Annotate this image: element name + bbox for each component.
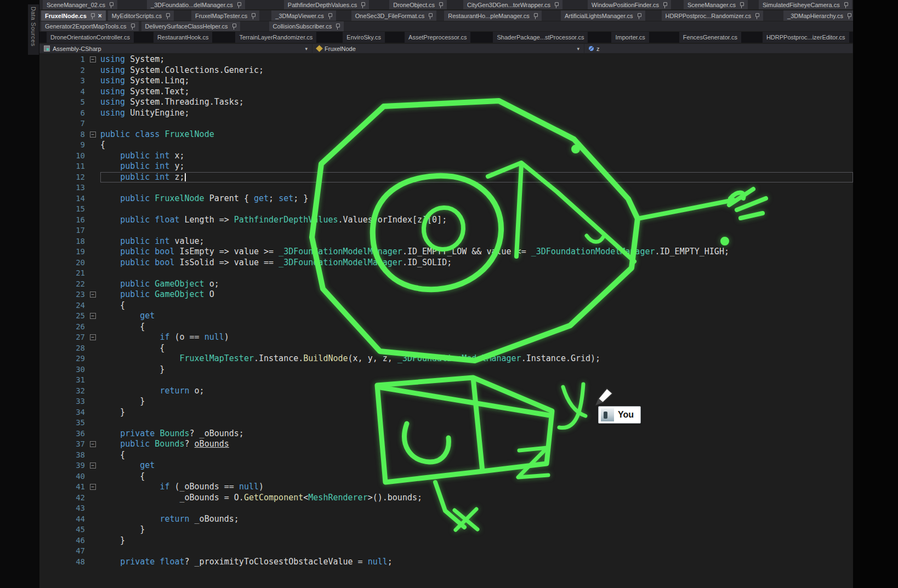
fold-collapse-icon[interactable]: − — [90, 313, 96, 319]
code-line[interactable]: 14 public FruxelNode Parent { get; set; … — [39, 193, 853, 204]
tab-_3DFoundatio...delManager.cs[interactable]: _3DFoundatio...delManager.cs — [147, 0, 245, 9]
close-icon[interactable]: × — [98, 13, 102, 19]
code-line[interactable]: 21 — [39, 268, 853, 279]
code-line[interactable]: 39− get — [39, 460, 853, 471]
code-line[interactable]: 31 — [39, 375, 853, 386]
code-line[interactable]: 48 private float? _proximityToClosestObs… — [39, 557, 853, 568]
pin-icon[interactable] — [109, 2, 113, 8]
code-line[interactable]: 40 { — [39, 471, 853, 482]
tab-_3DMapViewer.cs[interactable]: _3DMapViewer.cs — [271, 10, 336, 21]
fold-margin[interactable]: − — [85, 332, 100, 343]
tab-FencesGenerator.cs[interactable]: FencesGenerator.cs — [679, 32, 741, 43]
tab-FruxelNode.cs[interactable]: FruxelNode.cs× — [41, 10, 106, 21]
pin-icon[interactable] — [236, 2, 241, 8]
fold-collapse-icon[interactable]: − — [90, 463, 96, 469]
code-line[interactable]: 17 — [39, 225, 853, 236]
code-line[interactable]: 19 public bool IsEmpty => value >= _3DFo… — [39, 247, 853, 258]
code-line[interactable]: 35 — [39, 418, 853, 429]
code-line[interactable]: 2using System.Collections.Generic; — [39, 65, 853, 76]
tab-TerrainLayerRandomizer.cs[interactable]: TerrainLayerRandomizer.cs — [235, 32, 316, 43]
fold-collapse-icon[interactable]: − — [90, 56, 96, 62]
code-line[interactable]: 1−using System; — [39, 54, 853, 65]
code-line[interactable]: 6using UnityEngine; — [39, 108, 853, 119]
code-line[interactable]: 34 } — [39, 407, 853, 418]
tab-DroneObject.cs[interactable]: DroneObject.cs — [389, 0, 447, 9]
tab-_3DMapHierarchy.cs[interactable]: _3DMapHierarchy.cs — [783, 10, 853, 21]
tab-Importer.cs[interactable]: Importer.cs — [611, 32, 649, 43]
tab-HDRPPostproc...izerEditor.cs[interactable]: HDRPPostproc...izerEditor.cs — [763, 32, 849, 43]
pin-icon[interactable] — [335, 23, 340, 30]
code-line[interactable]: 36 private Bounds? _oBounds; — [39, 429, 853, 439]
type-dropdown[interactable]: FruxelNode ▾ — [312, 44, 584, 53]
pin-icon[interactable] — [846, 13, 851, 19]
code-line[interactable]: 25− get — [39, 311, 853, 322]
tab-MyEditorScripts.cs[interactable]: MyEditorScripts.cs — [108, 10, 174, 21]
tab-WindowPositionFinder.cs[interactable]: WindowPositionFinder.cs — [588, 0, 671, 9]
pin-icon[interactable] — [130, 23, 135, 30]
pin-icon[interactable] — [438, 2, 443, 8]
pin-icon[interactable] — [754, 13, 759, 19]
fold-margin[interactable]: − — [85, 460, 100, 471]
tab-SceneManager.cs[interactable]: SceneManager.cs — [684, 0, 748, 9]
tab-FruxelMapTester.cs[interactable]: FruxelMapTester.cs — [191, 10, 259, 21]
fold-margin[interactable]: − — [85, 129, 100, 140]
code-line[interactable]: 46 } — [39, 535, 853, 546]
code-line[interactable]: 22 public GameObject o; — [39, 279, 853, 290]
tab-HDRPPostproc...Randomizer.cs[interactable]: HDRPPostproc...Randomizer.cs — [662, 10, 764, 21]
fold-margin[interactable]: − — [85, 54, 100, 65]
tab-AssetPreprocessor.cs[interactable]: AssetPreprocessor.cs — [405, 32, 470, 43]
code-line[interactable]: 30 } — [39, 364, 853, 375]
tab-OneSec3D_FileFormat.cs[interactable]: OneSec3D_FileFormat.cs — [351, 10, 437, 21]
code-line[interactable]: 10 public int x; — [39, 151, 853, 162]
code-line[interactable]: 24 { — [39, 300, 853, 311]
code-line[interactable]: 12 public int z; — [39, 172, 853, 183]
code-line[interactable]: 29 FruxelMapTester.Instance.BuildNode(x,… — [39, 353, 853, 364]
pin-icon[interactable] — [251, 13, 255, 19]
pin-icon[interactable] — [554, 2, 559, 8]
code-line[interactable]: 3using System.Linq; — [39, 76, 853, 87]
pin-icon[interactable] — [636, 13, 641, 19]
fold-margin[interactable]: − — [85, 439, 100, 450]
fold-margin[interactable]: − — [85, 289, 100, 300]
code-line[interactable]: 37− public Bounds? oBounds — [39, 439, 853, 450]
fold-margin[interactable]: − — [85, 311, 100, 322]
member-dropdown[interactable]: z — [584, 44, 853, 53]
tab-CityGen3DGen...torWrapper.cs[interactable]: CityGen3DGen...torWrapper.cs — [463, 0, 562, 9]
tab-EnviroSky.cs[interactable]: EnviroSky.cs — [343, 32, 385, 43]
pin-icon[interactable] — [231, 23, 236, 30]
code-line[interactable]: 42 _oBounds = O.GetComponent<MeshRendere… — [39, 493, 853, 504]
fold-collapse-icon[interactable]: − — [90, 441, 96, 447]
tab-DeliverySurfaceClassHelper.cs[interactable]: DeliverySurfaceClassHelper.cs — [141, 21, 240, 31]
tab-SceneManager_02.cs[interactable]: SceneManager_02.cs — [43, 0, 117, 9]
code-line[interactable]: 4using System.Text; — [39, 87, 853, 98]
tab-SimulatedFisheyeCamera.cs[interactable]: SimulatedFisheyeCamera.cs — [759, 0, 852, 9]
code-line[interactable]: 23− public GameObject O — [39, 289, 853, 300]
code-line[interactable]: 5using System.Threading.Tasks; — [39, 97, 853, 108]
code-line[interactable]: 9{ — [39, 140, 853, 151]
code-line[interactable]: 8−public class FruxelNode — [39, 129, 853, 140]
code-line[interactable]: 44 return _oBounds; — [39, 514, 853, 525]
tab-Generator2ExportMapTools.cs[interactable]: Generator2ExportMapTools.cs — [41, 21, 139, 31]
code-editor[interactable]: 1−using System;2using System.Collections… — [39, 53, 853, 588]
pin-icon[interactable] — [843, 2, 848, 8]
pin-icon[interactable] — [90, 13, 95, 19]
pin-icon[interactable] — [662, 2, 667, 8]
tab-RestaurantHook.cs[interactable]: RestaurantHook.cs — [154, 32, 213, 43]
code-line[interactable]: 45 } — [39, 524, 853, 535]
pin-icon[interactable] — [360, 2, 365, 8]
fold-collapse-icon[interactable]: − — [90, 484, 96, 490]
pin-icon[interactable] — [739, 2, 744, 8]
code-line[interactable]: 41− if (_oBounds == null) — [39, 482, 853, 493]
code-line[interactable]: 26 { — [39, 322, 853, 333]
code-line[interactable]: 27− if (o == null) — [39, 332, 853, 343]
fold-margin[interactable]: − — [85, 482, 100, 493]
code-line[interactable]: 13 — [39, 182, 853, 193]
tab-ArtificialLightsManager.cs[interactable]: ArtificialLightsManager.cs — [561, 10, 645, 21]
code-line[interactable]: 28 { — [39, 343, 853, 354]
code-line[interactable]: 33 } — [39, 396, 853, 407]
code-line[interactable]: 47 — [39, 546, 853, 557]
code-line[interactable]: 38 { — [39, 450, 853, 461]
chevron-down-icon[interactable]: ▾ — [305, 46, 308, 52]
tab-CollisionSubscriber.cs[interactable]: CollisionSubscriber.cs — [269, 21, 344, 31]
pin-icon[interactable] — [327, 13, 332, 19]
